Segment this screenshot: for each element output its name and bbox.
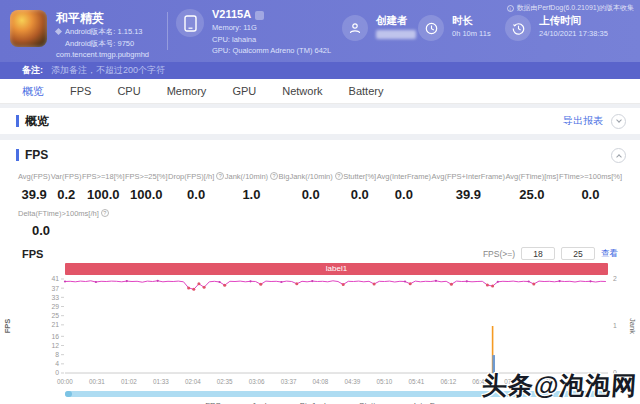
view-link[interactable]: 查看	[601, 248, 618, 260]
chart-annotation-banner: label1	[65, 263, 608, 275]
upload-info: 上传时间 24/10/2021 17:38:35	[505, 15, 608, 41]
tab-FPS[interactable]: FPS	[70, 79, 91, 104]
watermark: 头条@泡泡网	[480, 369, 638, 402]
stat-BigJank(/10min): BigJank(/10min)?0.0	[279, 172, 343, 202]
tab-Network[interactable]: Network	[282, 79, 322, 104]
info-icon[interactable]: ?	[270, 172, 278, 180]
person-icon	[342, 15, 368, 41]
collector-note: i 数据由PerfDog(6.0.21091)的版本收集	[507, 3, 634, 13]
delta-label: Delta(FTime)>100ms[/h]	[18, 209, 99, 218]
threshold-input-1[interactable]: 18	[521, 247, 555, 260]
svg-text:06:12: 06:12	[440, 378, 456, 385]
svg-text:FPS: FPS	[3, 319, 12, 334]
svg-text:25: 25	[51, 312, 59, 319]
stat-Jank(/10min): Jank(/10min)?1.0	[225, 172, 278, 202]
fps-section: FPS Avg(FPS)39.9Var(FPS)0.2FPS>=18[%]100…	[0, 140, 640, 404]
svg-text:04:08: 04:08	[313, 378, 329, 385]
section-accent-bar	[16, 115, 19, 127]
phone-icon	[176, 9, 204, 37]
svg-text:01:02: 01:02	[121, 378, 137, 385]
app-icon	[10, 10, 47, 47]
svg-text:01:33: 01:33	[153, 378, 169, 385]
tab-CPU[interactable]: CPU	[117, 79, 140, 104]
svg-text:12: 12	[51, 342, 59, 349]
info-icon[interactable]: ?	[216, 172, 224, 180]
duration-info: 时长 0h 10m 11s	[418, 15, 491, 41]
device-memory: Memory: 11G	[212, 24, 331, 32]
delta-stat: Delta(FTime)>100ms[/h]? 0.0	[0, 209, 127, 238]
header-divider	[167, 12, 168, 50]
stat-FPS>=18[%]: FPS>=18[%]100.0	[82, 172, 125, 202]
stat-FTime>=100ms[%]: FTime>=100ms[%]0.0	[559, 172, 622, 202]
fps-collapse-button[interactable]	[611, 148, 626, 163]
overview-title: 概览	[25, 113, 49, 130]
note-bar[interactable]: 备注: 添加备注，不超过200个字符	[0, 62, 640, 79]
app-package: com.tencent.tmgp.pubgmhd	[56, 51, 149, 59]
stat-Avg(FPS+InterFrame): Avg(FPS+InterFrame)39.9	[432, 172, 505, 202]
chevron-down-icon	[616, 117, 622, 123]
duration-label: 时长	[452, 15, 491, 26]
report-header: 和平精英 Android版本名: 1.15.13 Android版本号: 975…	[0, 0, 640, 62]
chevron-up-icon	[616, 154, 622, 160]
delta-value: 0.0	[18, 223, 109, 238]
svg-text:00:31: 00:31	[89, 378, 105, 385]
stat-Avg(InterFrame): Avg(InterFrame)0.0	[377, 172, 431, 202]
clock-icon	[418, 15, 444, 41]
svg-text:02:04: 02:04	[185, 378, 201, 385]
svg-text:41: 41	[51, 275, 59, 282]
device-cpu: CPU: lahaina	[212, 36, 331, 44]
app-version-name: Android版本名: 1.15.13	[65, 28, 143, 36]
app-version-code: Android版本号: 9750	[56, 40, 149, 48]
note-label: 备注:	[22, 62, 43, 79]
svg-text:37: 37	[51, 285, 59, 292]
svg-text:03:37: 03:37	[281, 378, 297, 385]
info-icon[interactable]: ?	[101, 209, 109, 217]
app-name: 和平精英	[56, 12, 149, 24]
info-icon[interactable]: ?	[335, 172, 343, 180]
history-clock-icon	[505, 15, 531, 41]
svg-text:05:41: 05:41	[409, 378, 425, 385]
tab-bar: 概览FPSCPUMemoryGPUNetworkBattery	[0, 79, 640, 104]
threshold-label: FPS(>=)	[483, 249, 515, 259]
svg-text:8: 8	[55, 351, 59, 358]
duration-value: 0h 10m 11s	[452, 30, 491, 38]
info-circle-icon: i	[507, 5, 514, 12]
chart-title: FPS	[22, 248, 43, 260]
upload-label: 上传时间	[539, 15, 608, 26]
fps-title: FPS	[25, 148, 48, 162]
stat-Var(FPS): Var(FPS)0.2	[51, 172, 82, 202]
svg-text:16: 16	[51, 333, 59, 340]
overview-section: 概览 导出报表	[0, 108, 640, 134]
svg-text:29: 29	[51, 303, 59, 310]
device-info-icon[interactable]	[255, 11, 264, 20]
svg-text:2: 2	[613, 275, 617, 282]
section-accent-bar	[16, 149, 19, 161]
svg-text:00:00: 00:00	[57, 378, 73, 385]
overview-collapse-button[interactable]	[611, 114, 626, 129]
tab-概览[interactable]: 概览	[22, 79, 44, 104]
tab-Battery[interactable]: Battery	[349, 79, 384, 104]
svg-text:33: 33	[51, 294, 59, 301]
stat-Avg(FPS): Avg(FPS)39.9	[18, 172, 50, 202]
svg-text:05:10: 05:10	[377, 378, 393, 385]
svg-text:03:06: 03:06	[249, 378, 265, 385]
creator-info: 创建者	[342, 15, 416, 41]
device-model: V2115A	[212, 8, 251, 20]
stat-Stutter[%]: Stutter[%]0.0	[343, 172, 376, 202]
tab-GPU[interactable]: GPU	[232, 79, 256, 104]
threshold-input-2[interactable]: 25	[561, 247, 595, 260]
device-info: V2115A Memory: 11G CPU: lahaina GPU: Qua…	[176, 9, 331, 55]
note-placeholder: 添加备注，不超过200个字符	[51, 62, 165, 79]
stat-Drop(FPS)[/h]: Drop(FPS)[/h]?0.0	[168, 172, 224, 202]
export-report-link[interactable]: 导出报表	[563, 114, 603, 128]
stat-FPS>=25[%]: FPS>=25[%]100.0	[125, 172, 168, 202]
tab-Memory[interactable]: Memory	[167, 79, 207, 104]
upload-value: 24/10/2021 17:38:35	[539, 30, 608, 38]
bullet-icon	[55, 28, 62, 35]
creator-label: 创建者	[376, 15, 416, 26]
svg-text:02:35: 02:35	[217, 378, 233, 385]
svg-text:1: 1	[613, 322, 617, 329]
device-gpu: GPU: Qualcomm Adreno (TM) 642L	[212, 47, 331, 55]
svg-text:0: 0	[55, 369, 59, 376]
svg-text:04:39: 04:39	[345, 378, 361, 385]
